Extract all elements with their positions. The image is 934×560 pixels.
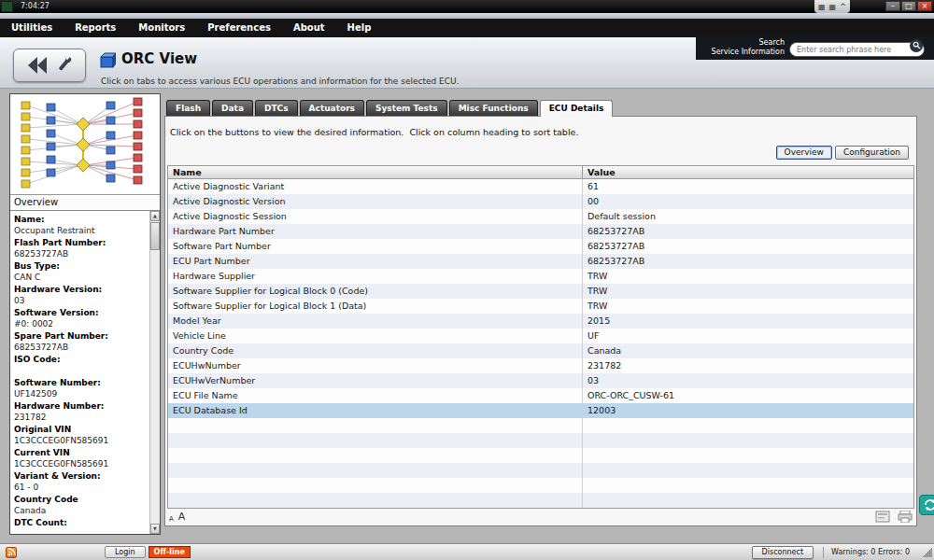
font-increase-button[interactable]: A: [178, 511, 186, 523]
table-row[interactable]: Active Diagnostic Version00: [168, 194, 913, 209]
search-input[interactable]: [789, 42, 925, 57]
ecu-info-list: Name:Occupant RestraintFlash Part Number…: [10, 211, 149, 534]
sidebar-scrollbar[interactable]: ▲ ▼: [149, 211, 160, 534]
table-cell: Software Part Number: [168, 239, 583, 254]
column-header-name[interactable]: Name: [168, 166, 583, 178]
table-row[interactable]: ECUHwVerNumber03: [168, 373, 913, 388]
configuration-button[interactable]: Configuration: [835, 146, 909, 160]
print-icon[interactable]: [898, 511, 913, 523]
table-row-empty: [168, 448, 913, 463]
table-row[interactable]: Country CodeCanada: [168, 343, 913, 358]
table-cell: [168, 448, 583, 463]
minimize-button[interactable]: –: [885, 1, 900, 11]
ecu-info-label: Software Number:: [14, 377, 148, 388]
table-row[interactable]: ECU Part Number68253727AB: [168, 254, 913, 269]
table-cell: 00: [583, 194, 913, 209]
table-row[interactable]: Active Diagnostic SessionDefault session: [168, 209, 913, 224]
tab-ecu-details[interactable]: ECU Details: [540, 100, 614, 117]
menu-item-utilities[interactable]: Utilities: [0, 19, 64, 37]
overview-button[interactable]: Overview: [776, 146, 832, 160]
resize-grip[interactable]: [923, 548, 932, 557]
back-arrow-icon: [27, 55, 51, 76]
ecu-info-label: DTC Count:: [14, 517, 148, 528]
tab-flash[interactable]: Flash: [166, 100, 210, 116]
table-cell: Active Diagnostic Session: [168, 209, 583, 224]
scroll-down-icon[interactable]: ▼: [150, 524, 160, 534]
table-row[interactable]: Active Diagnostic Variant61: [168, 179, 913, 194]
column-header-value[interactable]: Value: [583, 166, 913, 178]
table-cell: ECU Database Id: [168, 403, 583, 418]
table-row[interactable]: ECUHwNumber231782: [168, 358, 913, 373]
table-row[interactable]: Software Supplier for Logical Block 0 (C…: [168, 284, 913, 299]
menu-item-about[interactable]: About: [282, 19, 336, 37]
viewer-mini-toolbar[interactable]: ▦ ▦ ^: [814, 0, 850, 13]
tab-misc-functions[interactable]: Misc Functions: [449, 100, 538, 116]
font-decrease-button[interactable]: A: [169, 515, 174, 523]
instruction-text: Click on the buttons to view the desired…: [170, 127, 578, 137]
menu-item-monitors[interactable]: Monitors: [127, 19, 196, 37]
table-cell: 12003: [583, 403, 913, 418]
ecu-info-value: 1C3CCCEG0FN585691: [14, 458, 148, 469]
export-icon[interactable]: [875, 511, 890, 523]
table-cell: Hardware Supplier: [168, 269, 583, 284]
rss-feed-icon[interactable]: [6, 547, 17, 558]
table-cell: [168, 493, 583, 508]
table-cell: Vehicle Line: [168, 329, 583, 343]
table-row[interactable]: Hardware Part Number68253727AB: [168, 224, 913, 239]
ecu-info-value: 231782: [14, 412, 148, 423]
ecu-info-label: Bus Type:: [14, 260, 148, 272]
table-row[interactable]: ECU Database Id12003: [168, 403, 913, 418]
search-icon[interactable]: [910, 39, 923, 52]
orc-cube-icon: [99, 52, 116, 73]
collapse-icon[interactable]: ^: [840, 3, 846, 11]
table-cell: [583, 448, 913, 463]
menu-item-reports[interactable]: Reports: [64, 19, 127, 37]
tab-dtcs[interactable]: DTCs: [255, 100, 298, 116]
view-toggle-group: Overview Configuration: [776, 146, 909, 160]
scrollbar-thumb[interactable]: [150, 222, 160, 250]
ecu-info-label: Hardware Number:: [14, 400, 148, 412]
maximize-button[interactable]: □: [901, 1, 916, 11]
offline-status-badge: Off-line: [149, 546, 191, 558]
table-cell: [168, 478, 583, 493]
ecu-details-table: Name Value Active Diagnostic Variant61Ac…: [167, 165, 914, 509]
ecu-info-value: 68253727AB: [14, 342, 148, 353]
table-row[interactable]: Hardware SupplierTRW: [168, 269, 913, 284]
search-label: Search Service Information: [696, 38, 785, 57]
table-row[interactable]: Vehicle LineUF: [168, 329, 913, 343]
table-cell: [583, 463, 913, 478]
table-cell: Active Diagnostic Variant: [168, 179, 583, 194]
ecu-info-label: Variant & Version:: [14, 470, 148, 482]
table-cell: [583, 433, 913, 448]
table-row-empty: [168, 433, 913, 448]
login-button[interactable]: Login: [105, 546, 146, 558]
ecu-info-value: Occupant Restraint: [14, 225, 148, 236]
wrench-icon: [55, 55, 72, 76]
close-button[interactable]: ×: [917, 1, 932, 11]
sync-float-button[interactable]: [919, 495, 934, 515]
tab-system-tests[interactable]: System Tests: [366, 100, 447, 116]
table-row-empty: [168, 418, 913, 433]
table-cell: ECU File Name: [168, 388, 583, 403]
table-header: Name Value: [168, 166, 913, 179]
back-button[interactable]: [13, 49, 86, 82]
grid-icon[interactable]: ▦: [818, 3, 826, 11]
table-row[interactable]: Software Supplier for Logical Block 1 (D…: [168, 299, 913, 314]
app-icon: [1, 1, 13, 12]
grid-icon[interactable]: ▦: [829, 3, 837, 11]
menu-item-help[interactable]: Help: [336, 19, 383, 37]
disconnect-button[interactable]: Disconnect: [752, 546, 814, 559]
table-row[interactable]: Software Part Number68253727AB: [168, 239, 913, 254]
menu-item-preferences[interactable]: Preferences: [196, 19, 282, 37]
table-row[interactable]: Model Year2015: [168, 314, 913, 329]
tab-data[interactable]: Data: [212, 100, 253, 116]
vehicle-topology-image[interactable]: [10, 94, 160, 195]
refresh-icon: [924, 498, 934, 511]
ecu-tabs: Flash Data DTCs Actuators System Tests M…: [166, 100, 613, 117]
table-row[interactable]: ECU File NameORC-ORC_CUSW-61: [168, 388, 913, 403]
table-cell: 61: [583, 179, 913, 194]
scroll-up-icon[interactable]: ▲: [150, 211, 160, 221]
tab-actuators[interactable]: Actuators: [300, 100, 364, 116]
ecu-info-value: Canada: [14, 505, 148, 516]
ecu-info-value: UF142509: [14, 388, 148, 399]
